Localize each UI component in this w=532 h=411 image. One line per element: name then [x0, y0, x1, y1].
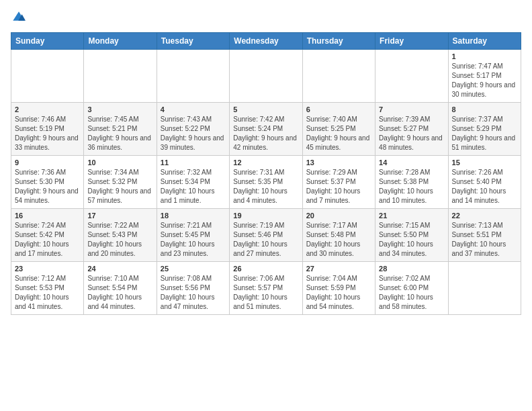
- calendar-cell: 6Sunrise: 7:40 AM Sunset: 5:25 PM Daylig…: [302, 103, 375, 156]
- day-info: Sunrise: 7:34 AM Sunset: 5:32 PM Dayligh…: [87, 168, 152, 205]
- day-number: 25: [161, 265, 226, 273]
- day-number: 18: [161, 212, 226, 220]
- day-number: 9: [15, 158, 80, 167]
- day-info: Sunrise: 7:02 AM Sunset: 6:00 PM Dayligh…: [379, 274, 444, 312]
- day-info: Sunrise: 7:28 AM Sunset: 5:38 PM Dayligh…: [379, 168, 444, 205]
- day-number: 10: [87, 158, 152, 167]
- calendar-cell: 16Sunrise: 7:24 AM Sunset: 5:42 PM Dayli…: [11, 209, 84, 262]
- day-number: 16: [15, 212, 80, 220]
- calendar-table: SundayMondayTuesdayWednesdayThursdayFrid…: [11, 32, 521, 315]
- day-info: Sunrise: 7:17 AM Sunset: 5:48 PM Dayligh…: [306, 221, 371, 259]
- calendar-cell: 5Sunrise: 7:42 AM Sunset: 5:24 PM Daylig…: [230, 103, 302, 156]
- day-number: 26: [233, 265, 298, 273]
- day-number: 8: [452, 105, 517, 113]
- calendar-cell: [448, 262, 521, 315]
- day-info: Sunrise: 7:08 AM Sunset: 5:56 PM Dayligh…: [161, 274, 226, 312]
- day-number: 24: [87, 265, 152, 273]
- calendar-week-row: 23Sunrise: 7:12 AM Sunset: 5:53 PM Dayli…: [11, 262, 521, 315]
- logo: [11, 11, 26, 27]
- calendar-cell: 20Sunrise: 7:17 AM Sunset: 5:48 PM Dayli…: [302, 209, 375, 262]
- day-info: Sunrise: 7:47 AM Sunset: 5:17 PM Dayligh…: [452, 62, 517, 99]
- day-number: 15: [452, 158, 517, 167]
- day-number: 12: [233, 158, 298, 167]
- day-number: 28: [379, 265, 444, 273]
- day-info: Sunrise: 7:39 AM Sunset: 5:27 PM Dayligh…: [379, 115, 444, 152]
- weekday-header: Tuesday: [157, 33, 229, 50]
- day-number: 2: [15, 105, 80, 113]
- day-info: Sunrise: 7:12 AM Sunset: 5:53 PM Dayligh…: [15, 274, 80, 312]
- day-number: 4: [161, 105, 226, 113]
- calendar-cell: 12Sunrise: 7:31 AM Sunset: 5:35 PM Dayli…: [230, 156, 302, 209]
- day-info: Sunrise: 7:21 AM Sunset: 5:45 PM Dayligh…: [161, 221, 226, 259]
- day-info: Sunrise: 7:42 AM Sunset: 5:24 PM Dayligh…: [233, 115, 298, 152]
- day-info: Sunrise: 7:43 AM Sunset: 5:22 PM Dayligh…: [161, 115, 226, 152]
- calendar-cell: [11, 50, 84, 103]
- calendar-week-row: 9Sunrise: 7:36 AM Sunset: 5:30 PM Daylig…: [11, 156, 521, 209]
- day-info: Sunrise: 7:24 AM Sunset: 5:42 PM Dayligh…: [15, 221, 80, 259]
- weekday-header: Saturday: [448, 33, 521, 50]
- calendar-cell: [302, 50, 375, 103]
- weekday-header: Monday: [84, 33, 157, 50]
- day-info: Sunrise: 7:46 AM Sunset: 5:19 PM Dayligh…: [15, 115, 80, 152]
- day-number: 14: [379, 158, 444, 167]
- calendar-cell: [157, 50, 229, 103]
- day-info: Sunrise: 7:26 AM Sunset: 5:40 PM Dayligh…: [452, 168, 517, 205]
- day-info: Sunrise: 7:04 AM Sunset: 5:59 PM Dayligh…: [306, 274, 371, 312]
- day-number: 11: [161, 158, 226, 167]
- day-info: Sunrise: 7:22 AM Sunset: 5:43 PM Dayligh…: [87, 221, 152, 259]
- calendar-cell: 13Sunrise: 7:29 AM Sunset: 5:37 PM Dayli…: [302, 156, 375, 209]
- day-number: 1: [452, 52, 517, 60]
- day-info: Sunrise: 7:40 AM Sunset: 5:25 PM Dayligh…: [306, 115, 371, 152]
- calendar-cell: 2Sunrise: 7:46 AM Sunset: 5:19 PM Daylig…: [11, 103, 84, 156]
- day-info: Sunrise: 7:32 AM Sunset: 5:34 PM Dayligh…: [161, 168, 226, 205]
- calendar-week-row: 1Sunrise: 7:47 AM Sunset: 5:17 PM Daylig…: [11, 50, 521, 103]
- calendar-cell: 28Sunrise: 7:02 AM Sunset: 6:00 PM Dayli…: [375, 262, 448, 315]
- calendar-week-row: 16Sunrise: 7:24 AM Sunset: 5:42 PM Dayli…: [11, 209, 521, 262]
- day-info: Sunrise: 7:36 AM Sunset: 5:30 PM Dayligh…: [15, 168, 80, 205]
- calendar-cell: 11Sunrise: 7:32 AM Sunset: 5:34 PM Dayli…: [157, 156, 229, 209]
- calendar-cell: 1Sunrise: 7:47 AM Sunset: 5:17 PM Daylig…: [448, 50, 521, 103]
- day-number: 3: [87, 105, 152, 113]
- calendar-cell: 9Sunrise: 7:36 AM Sunset: 5:30 PM Daylig…: [11, 156, 84, 209]
- calendar-cell: 23Sunrise: 7:12 AM Sunset: 5:53 PM Dayli…: [11, 262, 84, 315]
- calendar-header-row: SundayMondayTuesdayWednesdayThursdayFrid…: [11, 33, 521, 50]
- calendar-week-row: 2Sunrise: 7:46 AM Sunset: 5:19 PM Daylig…: [11, 103, 521, 156]
- day-info: Sunrise: 7:06 AM Sunset: 5:57 PM Dayligh…: [233, 274, 298, 312]
- day-number: 17: [87, 212, 152, 220]
- weekday-header: Friday: [375, 33, 448, 50]
- day-number: 7: [379, 105, 444, 113]
- calendar-cell: 15Sunrise: 7:26 AM Sunset: 5:40 PM Dayli…: [448, 156, 521, 209]
- calendar-cell: [230, 50, 302, 103]
- calendar-cell: 17Sunrise: 7:22 AM Sunset: 5:43 PM Dayli…: [84, 209, 157, 262]
- calendar-cell: 7Sunrise: 7:39 AM Sunset: 5:27 PM Daylig…: [375, 103, 448, 156]
- day-number: 27: [306, 265, 371, 273]
- day-info: Sunrise: 7:19 AM Sunset: 5:46 PM Dayligh…: [233, 221, 298, 259]
- calendar-cell: 3Sunrise: 7:45 AM Sunset: 5:21 PM Daylig…: [84, 103, 157, 156]
- calendar-cell: 25Sunrise: 7:08 AM Sunset: 5:56 PM Dayli…: [157, 262, 229, 315]
- logo-icon: [12, 11, 26, 24]
- day-number: 22: [452, 212, 517, 220]
- calendar-cell: 18Sunrise: 7:21 AM Sunset: 5:45 PM Dayli…: [157, 209, 229, 262]
- day-info: Sunrise: 7:37 AM Sunset: 5:29 PM Dayligh…: [452, 115, 517, 152]
- day-info: Sunrise: 7:13 AM Sunset: 5:51 PM Dayligh…: [452, 221, 517, 259]
- day-number: 5: [233, 105, 298, 113]
- weekday-header: Wednesday: [230, 33, 302, 50]
- calendar-cell: [84, 50, 157, 103]
- day-number: 23: [15, 265, 80, 273]
- calendar-cell: 27Sunrise: 7:04 AM Sunset: 5:59 PM Dayli…: [302, 262, 375, 315]
- calendar-cell: 24Sunrise: 7:10 AM Sunset: 5:54 PM Dayli…: [84, 262, 157, 315]
- calendar-cell: 14Sunrise: 7:28 AM Sunset: 5:38 PM Dayli…: [375, 156, 448, 209]
- day-info: Sunrise: 7:10 AM Sunset: 5:54 PM Dayligh…: [87, 274, 152, 312]
- day-info: Sunrise: 7:31 AM Sunset: 5:35 PM Dayligh…: [233, 168, 298, 205]
- day-number: 19: [233, 212, 298, 220]
- day-number: 6: [306, 105, 371, 113]
- calendar-cell: 26Sunrise: 7:06 AM Sunset: 5:57 PM Dayli…: [230, 262, 302, 315]
- day-info: Sunrise: 7:45 AM Sunset: 5:21 PM Dayligh…: [87, 115, 152, 152]
- weekday-header: Sunday: [11, 33, 84, 50]
- day-info: Sunrise: 7:29 AM Sunset: 5:37 PM Dayligh…: [306, 168, 371, 205]
- day-number: 21: [379, 212, 444, 220]
- day-number: 20: [306, 212, 371, 220]
- day-number: 13: [306, 158, 371, 167]
- calendar-cell: 8Sunrise: 7:37 AM Sunset: 5:29 PM Daylig…: [448, 103, 521, 156]
- calendar-cell: 21Sunrise: 7:15 AM Sunset: 5:50 PM Dayli…: [375, 209, 448, 262]
